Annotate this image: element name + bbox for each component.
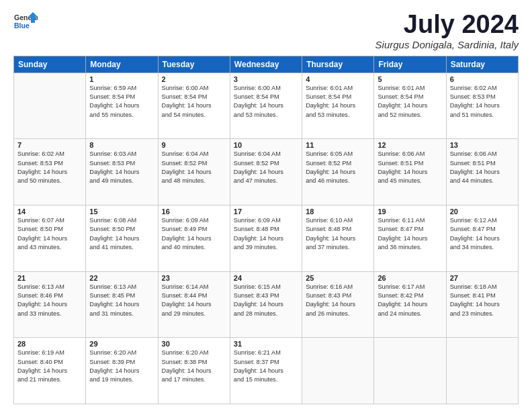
day-info: Sunrise: 6:05 AM Sunset: 8:52 PM Dayligh… [306,150,370,185]
day-info: Sunrise: 6:01 AM Sunset: 8:54 PM Dayligh… [378,84,442,120]
day-info: Sunrise: 6:02 AM Sunset: 8:53 PM Dayligh… [17,150,82,185]
day-info: Sunrise: 6:13 AM Sunset: 8:46 PM Dayligh… [17,283,82,318]
calendar-week-0: 1 Sunrise: 6:59 AM Sunset: 8:54 PM Dayli… [14,73,519,139]
day-info: Sunrise: 6:16 AM Sunset: 8:43 PM Dayligh… [306,283,370,318]
page: General Blue July 2024 Siurgus Donigala,… [0,0,532,411]
day-number: 7 [17,141,82,149]
header: General Blue July 2024 Siurgus Donigala,… [13,11,519,50]
header-sunday: Sunday [14,56,86,73]
calendar-cell: 1 Sunrise: 6:59 AM Sunset: 8:54 PM Dayli… [86,73,158,139]
calendar-cell: 19 Sunrise: 6:11 AM Sunset: 8:47 PM Dayl… [374,205,446,272]
day-info: Sunrise: 6:09 AM Sunset: 8:49 PM Dayligh… [162,216,226,252]
day-info: Sunrise: 6:10 AM Sunset: 8:48 PM Dayligh… [306,216,370,252]
logo-svg: General Blue [13,11,38,35]
header-tuesday: Tuesday [158,56,230,73]
calendar-week-1: 7 Sunrise: 6:02 AM Sunset: 8:53 PM Dayli… [14,139,519,205]
day-number: 11 [306,141,370,149]
day-number: 19 [378,208,442,216]
day-info: Sunrise: 6:08 AM Sunset: 8:50 PM Dayligh… [89,216,154,252]
day-info: Sunrise: 6:20 AM Sunset: 8:38 PM Dayligh… [162,349,226,384]
day-number: 10 [234,141,298,149]
day-number: 9 [162,141,226,149]
calendar-cell [446,338,518,404]
day-info: Sunrise: 6:12 AM Sunset: 8:47 PM Dayligh… [450,216,515,252]
calendar-cell: 9 Sunrise: 6:04 AM Sunset: 8:52 PM Dayli… [158,139,230,205]
calendar-cell: 15 Sunrise: 6:08 AM Sunset: 8:50 PM Dayl… [86,205,158,272]
calendar-week-4: 28 Sunrise: 6:19 AM Sunset: 8:40 PM Dayl… [14,338,519,404]
calendar-cell: 31 Sunrise: 6:21 AM Sunset: 8:37 PM Dayl… [230,338,302,404]
day-number: 15 [89,208,154,216]
title-block: July 2024 Siurgus Donigala, Sardinia, It… [375,11,519,50]
day-number: 4 [306,75,370,83]
day-number: 26 [378,274,442,282]
header-thursday: Thursday [302,56,374,73]
header-friday: Friday [374,56,446,73]
day-number: 17 [234,208,298,216]
calendar-cell: 30 Sunrise: 6:20 AM Sunset: 8:38 PM Dayl… [158,338,230,404]
day-info: Sunrise: 6:01 AM Sunset: 8:54 PM Dayligh… [306,84,370,120]
calendar-cell: 13 Sunrise: 6:06 AM Sunset: 8:51 PM Dayl… [446,139,518,205]
calendar-cell: 10 Sunrise: 6:04 AM Sunset: 8:52 PM Dayl… [230,139,302,205]
day-number: 21 [17,274,82,282]
day-info: Sunrise: 6:09 AM Sunset: 8:48 PM Dayligh… [234,216,298,252]
calendar-cell: 26 Sunrise: 6:17 AM Sunset: 8:42 PM Dayl… [374,271,446,338]
day-number: 13 [450,141,515,149]
calendar-cell: 14 Sunrise: 6:07 AM Sunset: 8:50 PM Dayl… [14,205,86,272]
day-info: Sunrise: 6:00 AM Sunset: 8:54 PM Dayligh… [234,84,298,120]
day-info: Sunrise: 6:19 AM Sunset: 8:40 PM Dayligh… [17,349,82,384]
day-number: 16 [162,208,226,216]
day-info: Sunrise: 6:06 AM Sunset: 8:51 PM Dayligh… [378,150,442,185]
day-number: 27 [450,274,515,282]
location: Siurgus Donigala, Sardinia, Italy [375,39,519,50]
day-info: Sunrise: 6:13 AM Sunset: 8:45 PM Dayligh… [89,283,154,318]
day-number: 25 [306,274,370,282]
calendar-cell: 12 Sunrise: 6:06 AM Sunset: 8:51 PM Dayl… [374,139,446,205]
calendar-cell: 5 Sunrise: 6:01 AM Sunset: 8:54 PM Dayli… [374,73,446,139]
day-number: 12 [378,141,442,149]
day-number: 29 [89,340,154,348]
day-info: Sunrise: 6:02 AM Sunset: 8:53 PM Dayligh… [450,84,515,120]
day-info: Sunrise: 6:59 AM Sunset: 8:54 PM Dayligh… [89,84,154,120]
calendar-cell: 2 Sunrise: 6:00 AM Sunset: 8:54 PM Dayli… [158,73,230,139]
day-number: 5 [378,75,442,83]
calendar-cell: 29 Sunrise: 6:20 AM Sunset: 8:39 PM Dayl… [86,338,158,404]
day-number: 20 [450,208,515,216]
logo: General Blue [13,11,38,35]
day-info: Sunrise: 6:04 AM Sunset: 8:52 PM Dayligh… [234,150,298,185]
day-info: Sunrise: 6:14 AM Sunset: 8:44 PM Dayligh… [162,283,226,318]
calendar-cell: 8 Sunrise: 6:03 AM Sunset: 8:53 PM Dayli… [86,139,158,205]
calendar-cell: 16 Sunrise: 6:09 AM Sunset: 8:49 PM Dayl… [158,205,230,272]
day-number: 3 [234,75,298,83]
day-info: Sunrise: 6:04 AM Sunset: 8:52 PM Dayligh… [162,150,226,185]
day-number: 6 [450,75,515,83]
calendar-cell: 21 Sunrise: 6:13 AM Sunset: 8:46 PM Dayl… [14,271,86,338]
day-info: Sunrise: 6:15 AM Sunset: 8:43 PM Dayligh… [234,283,298,318]
day-number: 18 [306,208,370,216]
calendar-cell: 7 Sunrise: 6:02 AM Sunset: 8:53 PM Dayli… [14,139,86,205]
day-info: Sunrise: 6:07 AM Sunset: 8:50 PM Dayligh… [17,216,82,252]
day-number: 1 [89,75,154,83]
day-number: 30 [162,340,226,348]
calendar-cell: 20 Sunrise: 6:12 AM Sunset: 8:47 PM Dayl… [446,205,518,272]
svg-text:Blue: Blue [14,21,30,30]
day-number: 24 [234,274,298,282]
day-number: 23 [162,274,226,282]
calendar-cell: 4 Sunrise: 6:01 AM Sunset: 8:54 PM Dayli… [302,73,374,139]
calendar-cell: 25 Sunrise: 6:16 AM Sunset: 8:43 PM Dayl… [302,271,374,338]
calendar-cell: 11 Sunrise: 6:05 AM Sunset: 8:52 PM Dayl… [302,139,374,205]
day-info: Sunrise: 6:20 AM Sunset: 8:39 PM Dayligh… [89,349,154,384]
day-number: 28 [17,340,82,348]
calendar-cell: 6 Sunrise: 6:02 AM Sunset: 8:53 PM Dayli… [446,73,518,139]
calendar-cell: 27 Sunrise: 6:18 AM Sunset: 8:41 PM Dayl… [446,271,518,338]
day-info: Sunrise: 6:21 AM Sunset: 8:37 PM Dayligh… [234,349,298,384]
month-title: July 2024 [375,11,519,39]
calendar-cell: 22 Sunrise: 6:13 AM Sunset: 8:45 PM Dayl… [86,271,158,338]
day-number: 22 [89,274,154,282]
calendar-cell: 23 Sunrise: 6:14 AM Sunset: 8:44 PM Dayl… [158,271,230,338]
calendar-cell [14,73,86,139]
calendar-cell: 28 Sunrise: 6:19 AM Sunset: 8:40 PM Dayl… [14,338,86,404]
day-number: 2 [162,75,226,83]
calendar-cell: 18 Sunrise: 6:10 AM Sunset: 8:48 PM Dayl… [302,205,374,272]
header-saturday: Saturday [446,56,518,73]
day-info: Sunrise: 6:06 AM Sunset: 8:51 PM Dayligh… [450,150,515,185]
